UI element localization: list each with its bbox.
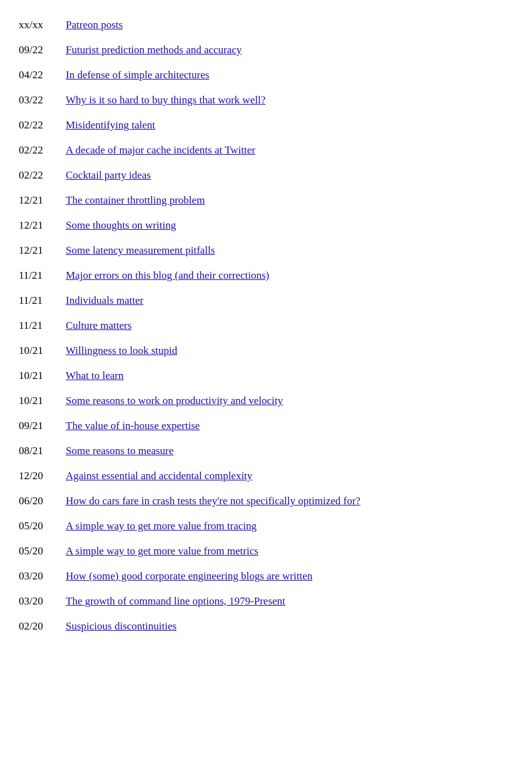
post-date: 11/21 [19, 319, 66, 332]
post-link[interactable]: A decade of major cache incidents at Twi… [66, 144, 255, 157]
post-link[interactable]: Why is it so hard to buy things that wor… [66, 94, 265, 106]
post-link[interactable]: Some latency measurement pitfalls [66, 244, 215, 257]
list-item: 10/21What to learn [19, 363, 513, 388]
post-link[interactable]: How do cars fare in crash tests they're … [66, 495, 361, 507]
list-item: 05/20A simple way to get more value from… [19, 514, 513, 539]
post-date: 09/22 [19, 44, 66, 56]
post-link[interactable]: The value of in-house expertise [66, 420, 200, 432]
post-date: 11/21 [19, 269, 66, 282]
list-item: 09/22Futurist prediction methods and acc… [19, 38, 513, 63]
list-item: 11/21Culture matters [19, 313, 513, 338]
post-link[interactable]: Some reasons to measure [66, 445, 173, 457]
post-date: 12/21 [19, 194, 66, 207]
post-date: 12/21 [19, 244, 66, 257]
list-item: 02/20Suspicious discontinuities [19, 614, 513, 639]
post-date: 05/20 [19, 520, 66, 532]
list-item: 11/21Major errors on this blog (and thei… [19, 263, 513, 288]
list-item: 10/21Some reasons to work on productivit… [19, 388, 513, 413]
list-item: 08/21Some reasons to measure [19, 438, 513, 464]
post-link[interactable]: The growth of command line options, 1979… [66, 595, 285, 608]
post-link[interactable]: Individuals matter [66, 294, 143, 307]
post-link[interactable]: Culture matters [66, 319, 131, 332]
post-date: 05/20 [19, 545, 66, 557]
list-item: 12/20Against essential and accidental co… [19, 464, 513, 489]
post-date: 10/21 [19, 345, 66, 357]
post-date: xx/xx [19, 19, 66, 31]
post-date: 04/22 [19, 69, 66, 81]
list-item: 12/21Some latency measurement pitfalls [19, 238, 513, 263]
post-link[interactable]: Futurist prediction methods and accuracy [66, 44, 242, 56]
list-item: 03/20The growth of command line options,… [19, 589, 513, 614]
post-date: 02/20 [19, 620, 66, 633]
list-item: 02/22A decade of major cache incidents a… [19, 138, 513, 163]
post-date: 02/22 [19, 119, 66, 132]
post-list: xx/xxPatreon posts09/22Futurist predicti… [19, 13, 513, 639]
post-link[interactable]: Some reasons to work on productivity and… [66, 395, 283, 407]
post-link[interactable]: Cocktail party ideas [66, 169, 151, 182]
list-item: 09/21The value of in-house expertise [19, 413, 513, 438]
post-link[interactable]: Misidentifying talent [66, 119, 155, 132]
list-item: 06/20How do cars fare in crash tests the… [19, 489, 513, 514]
post-date: 10/21 [19, 395, 66, 407]
list-item: 12/21The container throttling problem [19, 188, 513, 213]
post-date: 03/22 [19, 94, 66, 106]
post-date: 02/22 [19, 144, 66, 157]
list-item: 02/22Misidentifying talent [19, 113, 513, 138]
list-item: 05/20A simple way to get more value from… [19, 539, 513, 564]
list-item: 10/21Willingness to look stupid [19, 338, 513, 363]
post-link[interactable]: Major errors on this blog (and their cor… [66, 269, 269, 282]
list-item: xx/xxPatreon posts [19, 13, 513, 38]
list-item: 02/22Cocktail party ideas [19, 163, 513, 188]
list-item: 03/22Why is it so hard to buy things tha… [19, 88, 513, 113]
post-link[interactable]: The container throttling problem [66, 194, 205, 207]
post-link[interactable]: Against essential and accidental complex… [66, 470, 252, 482]
post-date: 09/21 [19, 420, 66, 432]
post-date: 06/20 [19, 495, 66, 507]
post-link[interactable]: How (some) good corporate engineering bl… [66, 570, 312, 583]
post-link[interactable]: Suspicious discontinuities [66, 620, 176, 633]
list-item: 11/21Individuals matter [19, 288, 513, 313]
list-item: 03/20How (some) good corporate engineeri… [19, 564, 513, 589]
post-link[interactable]: Patreon posts [66, 19, 123, 31]
post-date: 12/21 [19, 219, 66, 232]
post-link[interactable]: In defense of simple architectures [66, 69, 209, 81]
post-date: 03/20 [19, 570, 66, 583]
post-date: 08/21 [19, 445, 66, 457]
post-date: 11/21 [19, 294, 66, 307]
post-link[interactable]: A simple way to get more value from trac… [66, 520, 257, 532]
post-link[interactable]: A simple way to get more value from metr… [66, 545, 258, 557]
post-link[interactable]: Some thoughts on writing [66, 219, 176, 232]
list-item: 12/21Some thoughts on writing [19, 213, 513, 238]
post-link[interactable]: What to learn [66, 370, 124, 382]
post-date: 03/20 [19, 595, 66, 608]
post-link[interactable]: Willingness to look stupid [66, 345, 177, 357]
list-item: 04/22In defense of simple architectures [19, 63, 513, 88]
post-date: 02/22 [19, 169, 66, 182]
post-date: 10/21 [19, 370, 66, 382]
post-date: 12/20 [19, 470, 66, 482]
